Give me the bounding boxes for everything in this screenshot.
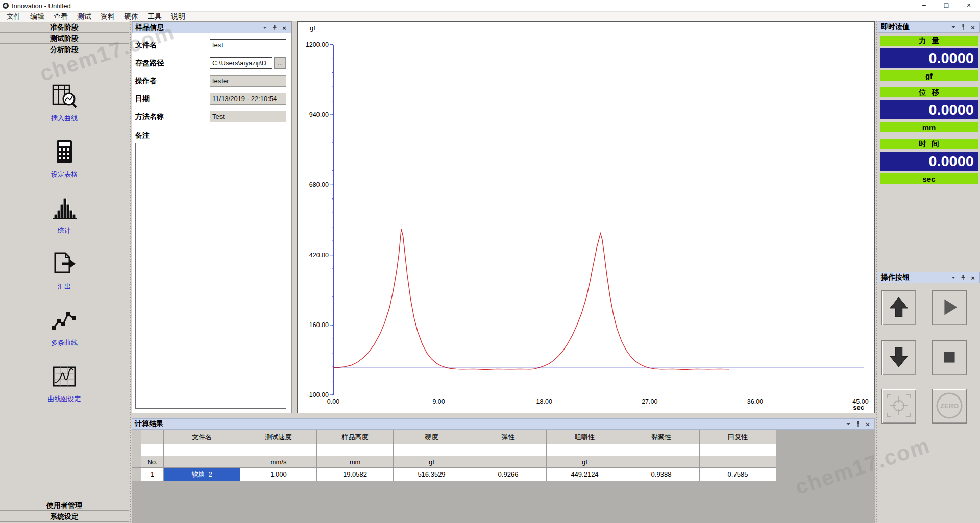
column-header[interactable]: 弹性 (470, 430, 547, 444)
minimize-button[interactable]: − (913, 0, 935, 11)
column-header[interactable]: 硬度 (394, 430, 470, 444)
insert-curve-icon (51, 83, 78, 111)
app-icon (2, 2, 9, 9)
column-header[interactable]: 黏聚性 (623, 430, 700, 444)
readout-unit: mm (880, 122, 978, 132)
menu-item[interactable]: 查看 (49, 12, 72, 21)
y-tick-label: -100.00 (307, 391, 329, 399)
menu-item[interactable]: 说明 (166, 12, 190, 21)
blank-cell (164, 444, 240, 456)
controls-panel-title: 操作按钮 (881, 273, 910, 282)
stage-header-analysis[interactable]: 分析阶段 (0, 44, 129, 55)
data-cell[interactable]: 软糖_2 (164, 468, 240, 481)
save-path-input[interactable] (210, 57, 272, 69)
readout-label: 力量 (880, 36, 978, 46)
unit-header: mm/s (240, 456, 317, 468)
filename-input[interactable] (210, 39, 286, 51)
chevron-down-icon[interactable] (949, 273, 958, 282)
data-cell[interactable]: 1.000 (240, 468, 317, 481)
menu-item[interactable]: 硬体 (119, 12, 143, 21)
chevron-down-icon[interactable] (261, 23, 269, 32)
close-icon[interactable]: × (969, 23, 977, 31)
results-body: 文件名测试速度样品高度硬度弹性咀嚼性黏聚性回复性No.mm/smmgfgf1软糖… (132, 430, 875, 523)
chart-svg: gfsec1200.00940.00680.00420.00160.00-100… (298, 22, 874, 413)
menu-item[interactable]: 资料 (96, 12, 119, 21)
jog-down-button[interactable] (881, 340, 916, 375)
chevron-down-icon[interactable] (844, 420, 852, 428)
maximize-button[interactable]: □ (935, 0, 958, 11)
set-table-icon (51, 139, 78, 167)
pin-icon[interactable] (271, 23, 279, 32)
tool-multi-curve[interactable]: 多条曲线 (23, 299, 105, 355)
run-button[interactable] (932, 290, 967, 325)
blank-cell (240, 444, 317, 456)
jog-up-button[interactable] (881, 290, 916, 325)
chevron-down-icon[interactable] (949, 23, 958, 31)
zero-icon: ZERO (935, 391, 964, 421)
field-label: 存盘路径 (135, 59, 210, 68)
stage-header-test[interactable]: 测试阶段 (0, 33, 129, 44)
close-icon[interactable]: × (969, 273, 977, 282)
results-table: 文件名测试速度样品高度硬度弹性咀嚼性黏聚性回复性No.mm/smmgfgf1软糖… (132, 430, 776, 481)
readout-group: 位移0.0000mm (880, 87, 978, 132)
x-tick-label: 9.00 (432, 398, 445, 405)
readout-panel-title: 即时读值 (881, 22, 910, 32)
data-cell[interactable]: 0.9266 (470, 468, 547, 481)
splitter[interactable] (132, 413, 875, 418)
column-header[interactable]: 回复性 (700, 430, 776, 444)
menu-item[interactable]: 文件 (2, 12, 26, 21)
results-panel-titlebar: 计算结果 × (132, 418, 875, 430)
pin-icon[interactable] (959, 273, 967, 282)
tool-label: 统计 (58, 226, 71, 235)
title-bar: Innovation - Untitled − □ × (0, 0, 980, 12)
sample-fields: 文件名存盘路径...操作者日期方法名称 (135, 36, 287, 126)
column-header[interactable]: 咀嚼性 (547, 430, 623, 444)
tool-insert-curve[interactable]: 插入曲线 (23, 74, 105, 131)
tool-export[interactable]: 汇出 (23, 243, 105, 299)
tool-statistics[interactable]: 统计 (23, 187, 105, 243)
curve-settings-icon (51, 363, 78, 392)
close-button[interactable]: × (958, 0, 980, 11)
zero-button[interactable]: ZERO (932, 389, 967, 424)
stop-button[interactable] (932, 340, 967, 375)
tool-curve-settings[interactable]: 曲线图设定 (23, 355, 105, 411)
date-input[interactable] (210, 93, 286, 105)
pin-icon[interactable] (959, 23, 967, 31)
menu-item[interactable]: 工具 (143, 12, 166, 21)
readout-group: 力量0.0000gf (880, 36, 978, 81)
sidebar-bottom: 使用者管理 系统设定 (0, 500, 129, 522)
column-header[interactable]: 样品高度 (317, 430, 394, 444)
row-selector-cell[interactable] (132, 468, 141, 481)
y-tick-label: 160.00 (309, 321, 329, 329)
field-label: 日期 (135, 94, 210, 104)
tool-set-table[interactable]: 设定表格 (23, 131, 105, 187)
window-title: Innovation - Untitled (12, 2, 71, 10)
readout-label: 时间 (880, 139, 978, 149)
data-cell[interactable]: 449.2124 (547, 468, 623, 481)
column-header[interactable]: 测试速度 (240, 430, 317, 444)
row-number-cell: 1 (141, 468, 164, 481)
data-cell[interactable]: 0.9388 (623, 468, 700, 481)
pin-icon[interactable] (854, 420, 862, 428)
unit-header: gf (547, 456, 623, 468)
browse-button[interactable]: ... (274, 57, 286, 69)
operator-input[interactable] (210, 75, 286, 87)
data-cell[interactable]: 516.3529 (394, 468, 470, 481)
position-button[interactable] (881, 389, 916, 424)
user-management-header[interactable]: 使用者管理 (0, 500, 129, 511)
method-name-input[interactable] (210, 111, 286, 122)
close-icon[interactable]: × (864, 420, 872, 428)
menu-item[interactable]: 测试 (72, 12, 96, 21)
system-settings-header[interactable]: 系统设定 (0, 511, 129, 522)
notes-textarea[interactable] (135, 143, 286, 409)
data-cell[interactable]: 19.0582 (317, 468, 394, 481)
right-column: 即时读值 × 力量0.0000gf位移0.0000mm时间0.0000sec 操… (878, 21, 980, 523)
column-header[interactable]: 文件名 (164, 430, 240, 444)
x-tick-label: 18.00 (536, 398, 552, 405)
data-cell[interactable]: 0.7585 (700, 468, 776, 481)
results-panel: 计算结果 × 文件名测试速度样品高度硬度弹性咀嚼性黏聚性回复性No.mm/smm… (132, 418, 875, 523)
blank-cell (547, 444, 623, 456)
close-icon[interactable]: × (280, 23, 288, 32)
menu-item[interactable]: 编辑 (26, 12, 49, 21)
stage-header-prepare[interactable]: 准备阶段 (0, 21, 129, 33)
